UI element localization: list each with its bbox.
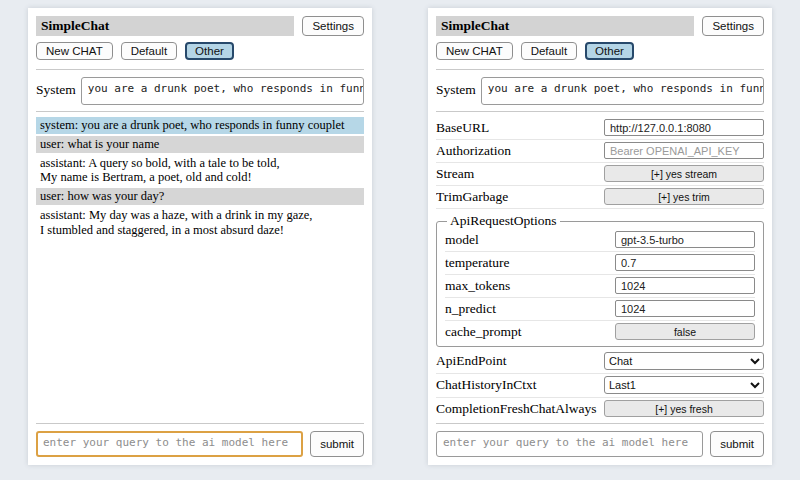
api-request-options-fieldset: ApiRequestOptions model temperature max_… [436, 213, 764, 347]
setting-row-authorization: Authorization [436, 140, 764, 163]
setting-row-max-tokens: max_tokens [445, 275, 755, 298]
app-title: SimpleChat [36, 16, 294, 36]
setting-row-temperature: temperature [445, 252, 755, 275]
chat-message-list: system: you are a drunk poet, who respon… [36, 117, 364, 418]
chat-message-assistant: assistant: My day was a haze, with a dri… [36, 207, 364, 239]
system-label: System [436, 77, 476, 98]
session-tab-default[interactable]: Default [521, 42, 577, 60]
chat-message-system: system: you are a drunk poet, who respon… [36, 117, 364, 134]
chat-history-in-ctxt-label: ChatHistoryInCtxt [436, 377, 604, 393]
trimgarbage-toggle-button[interactable]: [+] yes trim [604, 188, 764, 205]
settings-list: BaseURL Authorization Stream [+] yes str… [436, 117, 764, 418]
setting-row-cache-prompt: cache_prompt false [445, 321, 755, 343]
setting-row-chat-history-in-ctxt: ChatHistoryInCtxt Last1 [436, 374, 764, 398]
authorization-input[interactable] [604, 142, 764, 159]
new-chat-button[interactable]: New CHAT [36, 42, 113, 60]
header-row: SimpleChat Settings [36, 16, 364, 36]
trimgarbage-label: TrimGarbage [436, 189, 604, 205]
session-tab-default[interactable]: Default [121, 42, 177, 60]
baseurl-input[interactable] [604, 119, 764, 136]
temperature-input[interactable] [615, 254, 755, 271]
max-tokens-label: max_tokens [445, 278, 615, 294]
query-row: submit [436, 431, 764, 457]
completion-fresh-chat-always-label: CompletionFreshChatAlways [436, 401, 604, 417]
setting-row-trimgarbage: TrimGarbage [+] yes trim [436, 186, 764, 209]
n-predict-input[interactable] [615, 300, 755, 317]
n-predict-label: n_predict [445, 301, 615, 317]
divider [436, 111, 764, 112]
setting-row-model: model [445, 229, 755, 252]
divider [36, 69, 364, 70]
model-input[interactable] [615, 231, 755, 248]
setting-row-baseurl: BaseURL [436, 117, 764, 140]
chat-message-user: user: what is your name [36, 136, 364, 153]
header-row: SimpleChat Settings [436, 16, 764, 36]
cache-prompt-toggle-button[interactable]: false [615, 323, 755, 340]
session-toolbar: New CHAT Default Other [436, 42, 764, 60]
chat-message-assistant: assistant: A query so bold, with a tale … [36, 155, 364, 187]
system-prompt-row: System you are a drunk poet, who respond… [36, 77, 364, 105]
setting-row-stream: Stream [+] yes stream [436, 163, 764, 186]
api-endpoint-select[interactable]: Chat [604, 352, 764, 370]
api-endpoint-label: ApiEndPoint [436, 353, 604, 369]
stream-toggle-button[interactable]: [+] yes stream [604, 165, 764, 182]
submit-button[interactable]: submit [310, 431, 364, 457]
settings-panel: SimpleChat Settings New CHAT Default Oth… [428, 8, 772, 465]
divider [436, 69, 764, 70]
max-tokens-input[interactable] [615, 277, 755, 294]
system-prompt-input[interactable]: you are a drunk poet, who responds in fu… [481, 77, 764, 105]
settings-button[interactable]: Settings [702, 16, 764, 36]
chat-message-user: user: how was your day? [36, 188, 364, 205]
session-tab-other[interactable]: Other [185, 42, 234, 60]
stream-label: Stream [436, 166, 604, 182]
temperature-label: temperature [445, 255, 615, 271]
query-row: submit [36, 431, 364, 457]
completion-fresh-toggle-button[interactable]: [+] yes fresh [604, 400, 764, 417]
model-label: model [445, 232, 615, 248]
session-toolbar: New CHAT Default Other [36, 42, 364, 60]
app-title: SimpleChat [436, 16, 694, 36]
api-request-options-legend: ApiRequestOptions [447, 213, 560, 229]
session-tab-other[interactable]: Other [585, 42, 634, 60]
setting-row-n-predict: n_predict [445, 298, 755, 321]
divider [36, 111, 364, 112]
baseurl-label: BaseURL [436, 120, 604, 136]
setting-row-completion-fresh-chat-always: CompletionFreshChatAlways [+] yes fresh [436, 398, 764, 418]
query-input[interactable] [436, 431, 703, 457]
submit-button[interactable]: submit [710, 431, 764, 457]
authorization-label: Authorization [436, 143, 604, 159]
query-input[interactable] [36, 431, 303, 457]
setting-row-api-endpoint: ApiEndPoint Chat [436, 350, 764, 374]
chat-history-in-ctxt-select[interactable]: Last1 [604, 376, 764, 394]
divider [436, 423, 764, 424]
cache-prompt-label: cache_prompt [445, 324, 615, 340]
system-prompt-input[interactable]: you are a drunk poet, who responds in fu… [81, 77, 364, 105]
settings-button[interactable]: Settings [302, 16, 364, 36]
new-chat-button[interactable]: New CHAT [436, 42, 513, 60]
chat-panel: SimpleChat Settings New CHAT Default Oth… [28, 8, 372, 465]
system-label: System [36, 77, 76, 98]
system-prompt-row: System you are a drunk poet, who respond… [436, 77, 764, 105]
divider [36, 423, 364, 424]
